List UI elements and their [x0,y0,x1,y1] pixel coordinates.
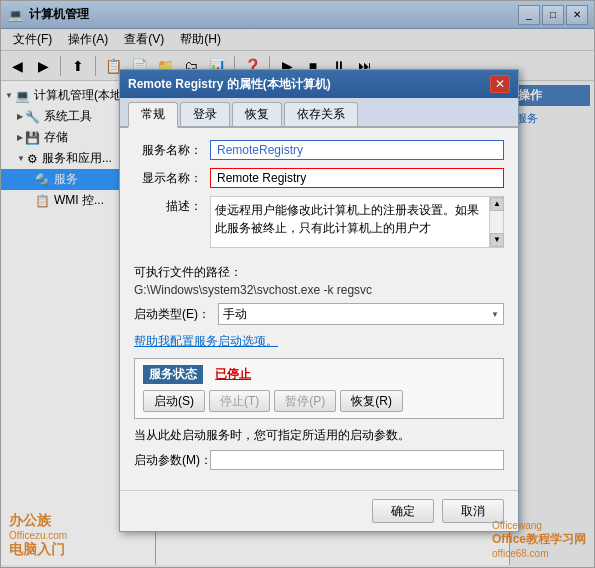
startup-param-desc: 当从此处启动服务时，您可指定所适用的启动参数。 [134,427,504,444]
tab-login[interactable]: 登录 [180,102,230,126]
watermark-right-line2: Office教程学习网 [492,531,586,548]
watermark-left-line3: 电脑入门 [9,541,67,559]
startup-param-input[interactable] [210,450,504,470]
scroll-up-btn[interactable]: ▲ [490,197,504,211]
ok-button[interactable]: 确定 [372,499,434,523]
desc-row: 描述： 使远程用户能修改此计算机上的注册表设置。如果此服务被终止，只有此计算机上… [134,196,504,256]
watermark-right-line3: office68.com [492,548,586,559]
service-name-row: 服务名称： RemoteRegistry [134,140,504,160]
startup-param-row: 当从此处启动服务时，您可指定所适用的启动参数。 [134,427,504,444]
start-button[interactable]: 启动(S) [143,390,205,412]
service-buttons: 启动(S) 停止(T) 暂停(P) 恢复(R) [143,390,495,412]
service-name-label: 服务名称： [134,142,202,159]
stop-button[interactable]: 停止(T) [209,390,270,412]
service-name-value: RemoteRegistry [210,140,504,160]
desc-scrollbar[interactable]: ▲ ▼ [489,197,503,247]
scroll-down-btn[interactable]: ▼ [490,233,504,247]
tab-deps[interactable]: 依存关系 [284,102,358,126]
dialog-title-bar: Remote Registry 的属性(本地计算机) ✕ [120,70,518,98]
main-window: 💻 计算机管理 _ □ ✕ 文件(F) 操作(A) 查看(V) 帮助(H) ◀ … [0,0,595,568]
startup-select[interactable]: 手动 ▼ [218,303,504,325]
path-value: G:\Windows\system32\svchost.exe -k regsv… [134,283,504,297]
service-status-label: 服务状态 [143,365,203,384]
desc-label: 描述： [134,196,202,215]
watermark-left-line1: 办公族 [9,512,67,530]
startup-param-label: 启动参数(M)： [134,452,202,469]
display-name-label: 显示名称： [134,170,202,187]
help-link[interactable]: 帮助我配置服务启动选项。 [134,333,504,350]
pause-button[interactable]: 暂停(P) [274,390,336,412]
service-status-row: 服务状态 已停止 [143,365,495,384]
desc-text: 使远程用户能修改此计算机上的注册表设置。如果此服务被终止，只有此计算机上的用户才 [215,201,483,237]
resume-button[interactable]: 恢复(R) [340,390,403,412]
dialog-title-text: Remote Registry 的属性(本地计算机) [128,76,490,93]
display-name-row: 显示名称： Remote Registry [134,168,504,188]
path-area: 可执行文件的路径： G:\Windows\system32\svchost.ex… [134,264,504,297]
dialog-content: 服务名称： RemoteRegistry 显示名称： Remote Regist… [120,128,518,490]
startup-row: 启动类型(E)： 手动 ▼ [134,303,504,325]
dialog-footer: 确定 取消 [120,490,518,531]
tab-recover[interactable]: 恢复 [232,102,282,126]
watermark-left: 办公族 Officezu.com 电脑入门 [9,512,67,559]
startup-param-input-row: 启动参数(M)： [134,450,504,470]
dialog-overlay: Remote Registry 的属性(本地计算机) ✕ 常规 登录 恢复 依存… [1,1,594,567]
startup-label: 启动类型(E)： [134,306,210,323]
watermark-right: Officewang Office教程学习网 office68.com [492,520,586,559]
dialog-tabs: 常规 登录 恢复 依存关系 [120,98,518,128]
service-status-section: 服务状态 已停止 启动(S) 停止(T) 暂停(P) 恢复(R) [134,358,504,419]
service-status-value: 已停止 [215,366,251,383]
desc-area: 使远程用户能修改此计算机上的注册表设置。如果此服务被终止，只有此计算机上的用户才… [210,196,504,248]
tab-general[interactable]: 常规 [128,102,178,128]
dialog: Remote Registry 的属性(本地计算机) ✕ 常规 登录 恢复 依存… [119,69,519,532]
watermark-right-line1: Officewang [492,520,586,531]
scroll-track [490,211,503,233]
display-name-value: Remote Registry [210,168,504,188]
path-label: 可执行文件的路径： [134,264,504,281]
watermark-left-line2: Officezu.com [9,530,67,541]
startup-value: 手动 [223,306,247,323]
dialog-close-button[interactable]: ✕ [490,75,510,93]
select-arrow-icon: ▼ [491,310,499,319]
